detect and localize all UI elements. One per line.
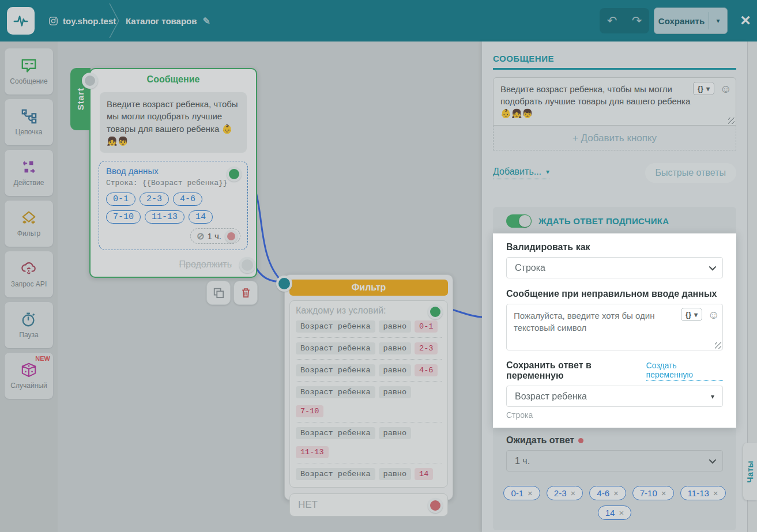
palette-item-message[interactable]: Сообщение (5, 48, 53, 95)
resize-handle[interactable] (715, 342, 721, 349)
answer-chip: 7-10 (106, 210, 141, 224)
data-input-success-port[interactable] (227, 167, 242, 182)
validate-as-value: Строка (515, 263, 709, 273)
variable-type-hint: Строка (506, 410, 723, 420)
condition-row: Возраст ребенка равно 11-13 (296, 422, 442, 463)
answer-chip[interactable]: 0-1× (503, 486, 540, 500)
pause-icon (20, 311, 37, 327)
save-button[interactable]: Сохранить ▾ (654, 7, 728, 34)
condition-row: Возраст ребенка равно 14 (296, 463, 442, 485)
condition-row: Возраст ребенка равно 0-1 (296, 316, 442, 338)
remove-chip-icon[interactable]: × (661, 488, 666, 498)
validate-as-select[interactable]: Строка (506, 257, 723, 278)
condition-op: равно (379, 320, 412, 333)
filter-node[interactable]: Фильтр Каждому из условий: Возраст ребен… (284, 274, 453, 500)
flow-canvas[interactable]: Start Сообщение Введите возраст ребенка,… (58, 41, 482, 532)
caret-down-icon: ▾ (706, 85, 710, 93)
add-more-label: Добавить... (493, 167, 541, 177)
filter-match-port[interactable] (428, 304, 443, 319)
palette-item-filter[interactable]: Фильтр (5, 201, 53, 247)
condition-value: 7-10 (296, 405, 323, 417)
answer-chip[interactable]: 11-13× (680, 486, 726, 500)
data-input-title: Ввод данных (106, 166, 240, 176)
panel-title: СООБЩЕНИЕ (493, 54, 736, 70)
node-actions (206, 281, 258, 305)
braces-icon: {} (698, 84, 703, 93)
message-icon (20, 58, 37, 74)
chats-tab-label: Чаты (745, 461, 755, 482)
answer-chip[interactable]: 14× (598, 505, 631, 520)
palette-item-action[interactable]: Действие (5, 150, 53, 196)
condition-op: равно (379, 427, 412, 439)
remove-chip-icon[interactable]: × (613, 488, 619, 498)
wait-reply-section: ЖДАТЬ ОТВЕТ ПОДПИСЧИКА Валидировать как … (493, 207, 736, 530)
emoji-picker-button[interactable]: ☺ (708, 308, 720, 322)
data-input-block[interactable]: Ввод данных Строка: {{Возраст ребенка}} … (99, 161, 248, 250)
copy-icon (213, 287, 224, 299)
insert-variable-button[interactable]: {} ▾ (681, 308, 702, 321)
chain-icon (20, 108, 37, 124)
instagram-icon (48, 16, 58, 26)
insert-variable-button[interactable]: {} ▾ (693, 82, 714, 95)
wait-reply-toggle-label: ЖДАТЬ ОТВЕТ ПОДПИСЧИКА (538, 216, 669, 226)
answer-chip[interactable]: 4-6× (589, 486, 626, 500)
copy-node-button[interactable] (206, 281, 231, 305)
account-breadcrumb[interactable]: toy.shop.test (48, 0, 116, 41)
condition-field: Возраст ребенка (296, 342, 375, 354)
flow-title-group: Каталог товаров ✎ (126, 0, 210, 41)
caret-down-icon: ▾ (711, 393, 714, 401)
timeout-port[interactable] (225, 230, 238, 243)
remove-chip-icon[interactable]: × (571, 488, 576, 498)
top-bar: toy.shop.test Каталог товаров ✎ ↶ ↷ Сохр… (0, 0, 757, 41)
toggle-knob (519, 215, 531, 227)
filter-conditions-block[interactable]: Каждому из условий: Возраст ребенка равн… (289, 300, 448, 488)
palette-item-api-request[interactable]: Запрос API (5, 251, 53, 297)
save-caret-icon[interactable]: ▾ (709, 17, 727, 25)
add-more-dropdown[interactable]: Добавить... ▾ (493, 167, 549, 179)
add-button-button[interactable]: + Добавить кнопку (493, 126, 736, 150)
close-editor-button[interactable]: × (737, 10, 754, 30)
action-icon (20, 159, 37, 175)
message-node-input-port[interactable] (82, 73, 98, 89)
chats-tab[interactable]: Чаты (743, 443, 757, 500)
quick-replies-button[interactable]: Быстрые ответы (645, 163, 736, 183)
resize-handle[interactable] (728, 118, 735, 124)
emoji-picker-button[interactable]: ☺ (720, 82, 732, 96)
condition-value: 2-3 (415, 342, 438, 354)
palette-label: Случайный (10, 382, 47, 390)
delete-node-button[interactable] (233, 281, 258, 305)
message-node-title: Сообщение (91, 74, 256, 85)
redo-button[interactable]: ↷ (624, 8, 649, 33)
remove-chip-icon[interactable]: × (528, 488, 533, 498)
remove-chip-icon[interactable]: × (713, 488, 718, 498)
palette-item-random[interactable]: NEW Случайный (5, 353, 53, 399)
remove-chip-icon[interactable]: × (619, 508, 624, 518)
variable-select[interactable]: Возраст ребенка ▾ (506, 386, 723, 407)
condition-row: Возраст ребенка равно 2-3 (296, 338, 442, 360)
filter-else-block[interactable]: НЕТ (289, 493, 448, 516)
edit-title-icon[interactable]: ✎ (203, 16, 210, 27)
wait-answer-select[interactable]: 1 ч. (506, 450, 723, 471)
continue-label: Продолжить (179, 259, 232, 269)
answer-chip[interactable]: 2-3× (547, 486, 583, 500)
answer-chip-row: 14× (493, 505, 736, 520)
answer-chip: 0-1 (106, 193, 135, 206)
answer-chip: 14 (189, 210, 213, 224)
answer-chip[interactable]: 7-10× (632, 486, 674, 500)
message-node[interactable]: Start Сообщение Введите возраст ребенка,… (89, 68, 257, 278)
create-variable-link[interactable]: Создать переменную (646, 361, 723, 381)
undo-button[interactable]: ↶ (600, 8, 624, 33)
wait-reply-toggle[interactable] (506, 214, 532, 228)
condition-value: 0-1 (415, 320, 438, 333)
palette-item-pause[interactable]: Пауза (5, 302, 53, 348)
filter-else-port[interactable] (428, 498, 443, 513)
condition-row: Возраст ребенка равно 7-10 (296, 382, 442, 422)
palette-item-chain[interactable]: Цепочка (5, 99, 53, 145)
timeout-value: 1 ч. (208, 231, 222, 241)
error-message-label: Сообщение при неправильном вводе данных (506, 289, 723, 299)
condition-op: равно (379, 468, 412, 480)
continue-port[interactable] (239, 257, 255, 273)
filter-input-port[interactable] (276, 276, 292, 292)
random-icon (20, 362, 37, 378)
answer-chip-row: 0-1× 2-3× 4-6× 7-10× 11-13× (493, 486, 736, 500)
